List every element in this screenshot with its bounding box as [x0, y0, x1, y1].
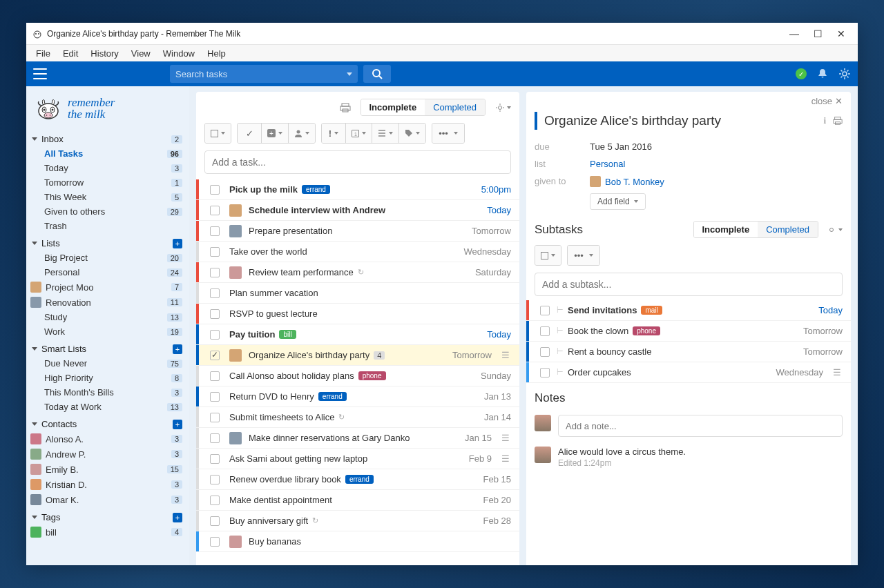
subtab-completed[interactable]: Completed — [758, 222, 818, 237]
task-checkbox[interactable] — [210, 330, 220, 340]
tab-incomplete[interactable]: Incomplete — [361, 99, 425, 115]
print-icon[interactable] — [340, 102, 351, 113]
sidebar-item-inbox-4[interactable]: Given to others29 — [26, 204, 189, 219]
sidebar-item-smart-3[interactable]: Today at Work13 — [26, 400, 189, 414]
task-row[interactable]: Make dentist appointmentFeb 20 — [196, 490, 519, 511]
search-button[interactable] — [363, 65, 391, 83]
task-checkbox[interactable] — [210, 537, 220, 547]
task-checkbox[interactable] — [210, 433, 220, 443]
sync-ok-icon[interactable]: ✓ — [796, 68, 807, 79]
task-row[interactable]: Ask Sami about getting new laptopFeb 9☰ — [196, 449, 519, 469]
print-icon[interactable] — [833, 116, 843, 126]
task-checkbox[interactable] — [210, 226, 220, 236]
sidebar-item-contacts-3[interactable]: Kristian D.3 — [26, 477, 189, 492]
list-settings-icon[interactable] — [495, 103, 511, 112]
info-icon[interactable]: i — [823, 115, 826, 126]
add-field-button[interactable]: Add field — [590, 193, 646, 210]
sidebar-item-smart-0[interactable]: Due Never75 — [26, 356, 189, 371]
task-checkbox[interactable] — [210, 392, 220, 402]
search-input[interactable]: Search tasks — [170, 65, 358, 83]
given-value[interactable]: Bob T. Monkey — [590, 176, 664, 187]
sidebar-item-lists-1[interactable]: Personal24 — [26, 265, 189, 280]
minimize-button[interactable]: — — [789, 28, 800, 39]
task-checkbox[interactable] — [540, 347, 550, 357]
task-row[interactable]: Return DVD to Henry errandJan 13 — [196, 386, 519, 407]
gear-icon[interactable] — [838, 68, 851, 80]
due-button[interactable]: 1 — [345, 124, 372, 143]
select-dropdown[interactable] — [205, 124, 231, 143]
subtask-row[interactable]: ⊢Rent a bouncy castleTomorrow — [526, 342, 851, 362]
menu-file[interactable]: File — [30, 47, 56, 60]
subtab-incomplete[interactable]: Incomplete — [694, 222, 758, 237]
task-row[interactable]: Renew overdue library book errandFeb 15 — [196, 469, 519, 490]
section-header-lists[interactable]: Lists + — [26, 236, 189, 251]
tag-button[interactable] — [398, 124, 425, 143]
tag-chip[interactable]: phone — [358, 371, 386, 380]
sidebar-item-lists-3[interactable]: Renovation11 — [26, 295, 189, 310]
task-checkbox[interactable] — [210, 371, 220, 381]
detail-close-button[interactable]: close ✕ — [526, 92, 851, 110]
bell-icon[interactable] — [816, 68, 829, 80]
task-row[interactable]: Take over the worldWednesday — [196, 242, 519, 262]
task-row[interactable]: Make dinner reservations at Gary DankoJa… — [196, 428, 519, 449]
tag-chip[interactable]: errand — [318, 392, 347, 401]
task-row[interactable]: Call Alonso about holiday plans phoneSun… — [196, 366, 519, 386]
section-header-contacts[interactable]: Contacts + — [26, 417, 189, 431]
tab-completed[interactable]: Completed — [425, 99, 485, 115]
menu-edit[interactable]: Edit — [57, 47, 84, 60]
task-checkbox[interactable] — [210, 351, 220, 360]
task-checkbox[interactable] — [210, 496, 220, 505]
priority-button[interactable]: ! — [322, 124, 345, 143]
section-header-smart[interactable]: Smart Lists + — [26, 342, 189, 356]
add-subtask-input[interactable] — [535, 273, 843, 296]
detail-title[interactable]: Organize Alice's birthday party — [544, 113, 816, 128]
subtask-row[interactable]: ⊢Book the clown phoneTomorrow — [526, 321, 851, 342]
add-note-input[interactable] — [558, 415, 843, 437]
task-checkbox[interactable] — [210, 247, 220, 257]
task-row[interactable]: Submit timesheets to Alice ↻Jan 14 — [196, 407, 519, 428]
menu-view[interactable]: View — [126, 47, 156, 60]
sidebar-item-lists-4[interactable]: Study13 — [26, 310, 189, 324]
task-checkbox[interactable] — [210, 516, 220, 526]
task-row[interactable]: Plan summer vacation — [196, 283, 519, 304]
subtask-more-button[interactable]: ••• — [568, 246, 599, 265]
task-checkbox[interactable] — [210, 185, 220, 195]
sidebar-item-inbox-0[interactable]: All Tasks96 — [26, 146, 189, 161]
subtask-row[interactable]: ⊢Order cupcakesWednesday☰ — [526, 362, 851, 383]
add-icon[interactable]: + — [173, 513, 182, 522]
task-row[interactable]: Prepare presentationTomorrow — [196, 221, 519, 242]
add-icon[interactable]: + — [173, 420, 182, 429]
sidebar-item-contacts-1[interactable]: Andrew P.3 — [26, 447, 189, 462]
task-checkbox[interactable] — [540, 306, 550, 315]
sidebar-item-tags-0[interactable]: bill4 — [26, 525, 189, 540]
sidebar-item-lists-2[interactable]: Project Moo7 — [26, 280, 189, 295]
task-checkbox[interactable] — [210, 454, 220, 464]
task-row[interactable]: Organize Alice's birthday party 4Tomorro… — [196, 345, 519, 366]
tag-chip[interactable]: errand — [302, 185, 330, 194]
list-button[interactable] — [372, 124, 398, 143]
task-checkbox[interactable] — [210, 475, 220, 484]
section-header-tags[interactable]: Tags + — [26, 510, 189, 525]
sidebar-item-inbox-3[interactable]: This Week5 — [26, 190, 189, 204]
tag-chip[interactable]: phone — [633, 326, 660, 335]
assign-button[interactable] — [288, 124, 315, 143]
due-value[interactable]: Tue 5 Jan 2016 — [590, 141, 652, 152]
task-row[interactable]: Buy bananas — [196, 531, 519, 552]
tag-chip[interactable]: bill — [279, 330, 296, 339]
section-header-inbox[interactable]: Inbox 2 — [26, 132, 189, 146]
postpone-button[interactable]: + — [261, 124, 288, 143]
add-icon[interactable]: + — [173, 344, 182, 354]
task-row[interactable]: Schedule interview with AndrewToday — [196, 200, 519, 221]
sidebar-item-contacts-2[interactable]: Emily B.15 — [26, 462, 189, 477]
task-checkbox[interactable] — [210, 309, 220, 319]
tag-chip[interactable]: mail — [641, 306, 662, 315]
menu-history[interactable]: History — [85, 47, 124, 60]
task-checkbox[interactable] — [210, 288, 220, 298]
complete-button[interactable]: ✓ — [238, 124, 261, 143]
tag-chip[interactable]: errand — [345, 475, 374, 484]
sidebar-item-inbox-1[interactable]: Today3 — [26, 161, 189, 175]
more-button[interactable]: ••• — [432, 124, 464, 143]
maximize-button[interactable]: ☐ — [812, 28, 823, 39]
sidebar-item-smart-2[interactable]: This Month's Bills3 — [26, 385, 189, 400]
subtask-select-dropdown[interactable] — [535, 246, 561, 265]
